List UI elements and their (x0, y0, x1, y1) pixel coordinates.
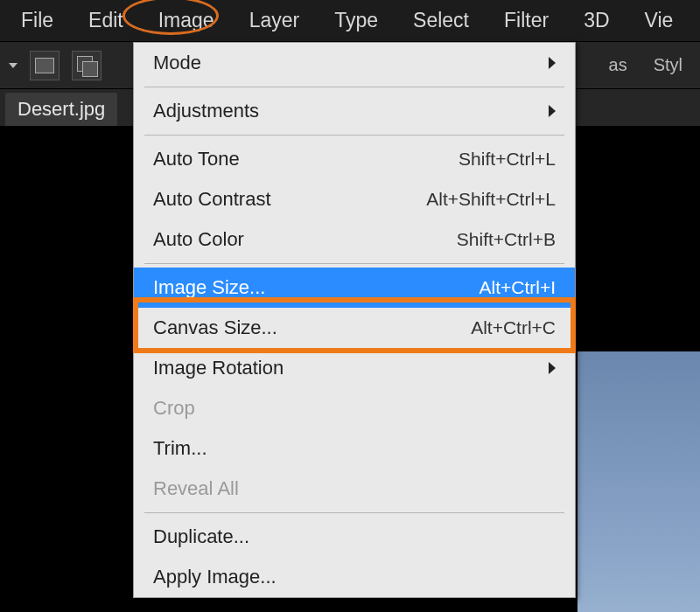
marquee-tool-icon[interactable] (30, 51, 60, 80)
chevron-down-icon (9, 63, 18, 68)
menu-item-image-rotation[interactable]: Image Rotation (134, 348, 575, 388)
menu-item-reveal-all: Reveal All (134, 469, 575, 509)
menu-separator (144, 87, 564, 87)
shortcut-label: Alt+Ctrl+I (479, 277, 556, 298)
submenu-arrow-icon (549, 105, 556, 117)
shortcut-label: Alt+Ctrl+C (471, 317, 556, 338)
menu-item-duplicate[interactable]: Duplicate... (134, 517, 575, 557)
layers-tool-icon[interactable] (72, 51, 102, 80)
menu-item-canvas-size[interactable]: Canvas Size... Alt+Ctrl+C (134, 308, 575, 348)
menu-separator (144, 512, 564, 513)
menu-file[interactable]: File (4, 3, 71, 38)
menu-item-trim[interactable]: Trim... (134, 428, 575, 469)
menu-item-auto-color[interactable]: Auto Color Shift+Ctrl+B (134, 219, 575, 260)
menubar: File Edit Image Layer Type Select Filter… (0, 0, 700, 42)
option-antialias[interactable]: as (609, 55, 627, 75)
menu-separator (144, 263, 564, 264)
document-tab[interactable]: Desert.jpg (5, 93, 117, 126)
shortcut-label: Shift+Ctrl+L (458, 149, 556, 170)
menu-select[interactable]: Select (396, 3, 486, 38)
menu-type[interactable]: Type (317, 3, 396, 38)
menu-layer[interactable]: Layer (232, 3, 318, 38)
submenu-arrow-icon (549, 57, 556, 69)
image-menu-dropdown: Mode Adjustments Auto Tone Shift+Ctrl+L … (133, 42, 576, 598)
menu-item-auto-contrast[interactable]: Auto Contrast Alt+Shift+Ctrl+L (134, 179, 575, 219)
shortcut-label: Shift+Ctrl+B (457, 229, 556, 250)
menu-3d[interactable]: 3D (566, 3, 626, 38)
menu-item-apply-image[interactable]: Apply Image... (134, 557, 575, 597)
tool-preset-picker[interactable] (9, 63, 18, 68)
menu-separator (144, 135, 564, 136)
menu-item-crop: Crop (134, 388, 575, 428)
menu-edit[interactable]: Edit (71, 3, 141, 38)
menu-filter[interactable]: Filter (486, 3, 566, 38)
menu-item-auto-tone[interactable]: Auto Tone Shift+Ctrl+L (134, 139, 575, 179)
submenu-arrow-icon (549, 362, 556, 374)
menu-image[interactable]: Image (141, 3, 232, 38)
menu-view[interactable]: Vie (627, 3, 691, 38)
canvas-preview (578, 351, 700, 612)
option-style[interactable]: Styl (654, 55, 682, 75)
menu-item-image-size[interactable]: Image Size... Alt+Ctrl+I (134, 268, 575, 308)
shortcut-label: Alt+Shift+Ctrl+L (426, 189, 556, 210)
menu-item-mode[interactable]: Mode (134, 43, 575, 83)
menu-item-adjustments[interactable]: Adjustments (134, 91, 575, 131)
